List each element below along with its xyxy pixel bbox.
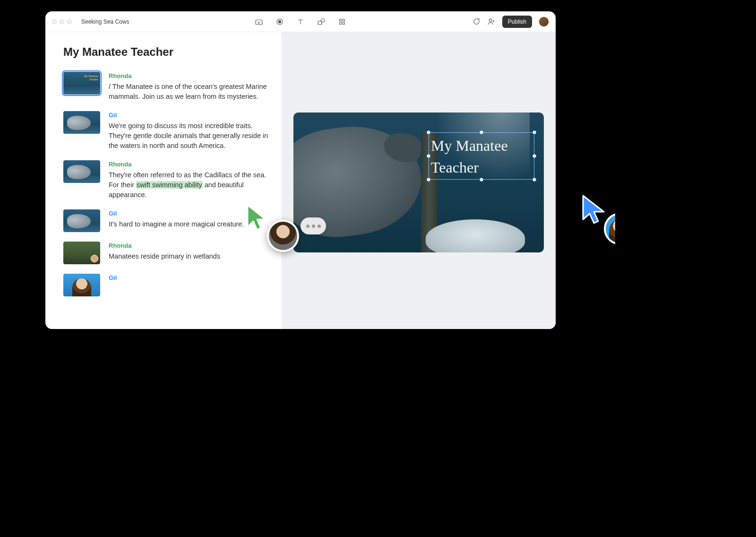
app-window: Seeking Sea Cows (45, 11, 556, 329)
svg-rect-5 (340, 19, 342, 21)
canvas-pane: My Manatee Teacher (282, 32, 556, 329)
svg-point-2 (278, 20, 281, 23)
transcript-segment: Rhonda They're often referred to as the … (63, 160, 268, 200)
transcript-line: Manatees reside primary in wetlands (109, 252, 220, 260)
window-controls (52, 19, 72, 24)
user-avatar[interactable] (539, 17, 549, 27)
resize-handle[interactable] (533, 154, 536, 158)
media-icon[interactable] (255, 17, 263, 26)
resize-handle[interactable] (480, 130, 483, 134)
segment-text[interactable]: Gil It's hard to imagine a more magical … (109, 209, 268, 229)
resize-handle[interactable] (427, 154, 430, 158)
video-canvas[interactable]: My Manatee Teacher (293, 113, 544, 252)
speaker-label: Rhonda (109, 72, 268, 81)
canvas-title-line: Teacher (431, 159, 479, 176)
collaborator-avatar-rhonda (267, 220, 299, 252)
canvas-title-text[interactable]: My Manatee Teacher (431, 135, 532, 179)
page-title: My Manatee Teacher (63, 45, 268, 59)
svg-rect-7 (340, 22, 342, 24)
project-title[interactable]: Seeking Sea Cows (81, 18, 129, 25)
svg-rect-6 (343, 19, 344, 21)
segment-text[interactable]: Rhonda They're often referred to as the … (109, 160, 268, 200)
header-bar: Seeking Sea Cows (45, 11, 556, 32)
text-icon[interactable] (296, 17, 305, 26)
grid-icon[interactable] (338, 17, 346, 26)
resize-handle[interactable] (533, 130, 536, 134)
segment-text[interactable]: Gil (109, 274, 268, 284)
close-window-icon[interactable] (52, 19, 57, 24)
transcript-line: / The Manatee is one of the ocean's grea… (109, 83, 267, 100)
speaker-label: Rhonda (109, 160, 268, 169)
segment-thumbnail[interactable] (63, 111, 100, 134)
transcript-line: It's hard to imagine a more magical crea… (109, 220, 244, 228)
body: My Manatee Teacher My ManateeTeacher Rho… (45, 32, 556, 329)
add-user-icon[interactable] (487, 17, 496, 26)
resize-handle[interactable] (533, 178, 536, 182)
transcript-segment: Gil We're going to discuss its most incr… (63, 111, 268, 151)
toolbar-right: Publish (472, 16, 549, 28)
collaborator-avatar-gil (604, 213, 615, 245)
segment-thumbnail[interactable] (63, 209, 100, 232)
resize-handle[interactable] (427, 178, 430, 182)
title-text-box[interactable]: My Manatee Teacher (429, 132, 534, 180)
segment-thumbnail[interactable] (63, 242, 100, 264)
publish-button[interactable]: Publish (502, 16, 532, 28)
comment-icon[interactable] (472, 17, 481, 26)
record-icon[interactable] (275, 17, 284, 26)
speaker-label: Gil (109, 111, 268, 120)
segment-text[interactable]: Rhonda / The Manatee is one of the ocean… (109, 72, 268, 102)
svg-point-4 (321, 18, 325, 22)
transcript-segment: My ManateeTeacher Rhonda / The Manatee i… (63, 72, 268, 102)
transcript-segment: Gil It's hard to imagine a more magical … (63, 209, 268, 232)
typing-indicator-icon (301, 217, 326, 234)
speaker-label: Gil (109, 209, 268, 218)
transcript-line: We're going to discuss its most incredib… (109, 122, 268, 149)
speaker-label: Gil (109, 274, 268, 283)
svg-point-9 (489, 19, 492, 22)
segment-thumbnail[interactable] (63, 274, 100, 296)
thumb-overlay-text: My ManateeTeacher (84, 75, 99, 81)
toolbar-center (255, 17, 346, 26)
segment-text[interactable]: Gil We're going to discuss its most incr… (109, 111, 268, 151)
resize-handle[interactable] (480, 178, 483, 182)
shapes-icon[interactable] (317, 17, 326, 26)
segment-thumbnail[interactable]: My ManateeTeacher (63, 72, 100, 95)
segment-text[interactable]: Rhonda Manatees reside primary in wetlan… (109, 242, 268, 261)
transcript-segment: Rhonda Manatees reside primary in wetlan… (63, 242, 268, 264)
transcript-pane: My Manatee Teacher My ManateeTeacher Rho… (45, 32, 282, 329)
svg-rect-8 (343, 22, 344, 24)
highlight-text[interactable]: swift swimming ability (136, 181, 203, 189)
resize-handle[interactable] (427, 130, 430, 134)
minimize-window-icon[interactable] (60, 19, 64, 24)
maximize-window-icon[interactable] (67, 19, 72, 24)
transcript-segment: Gil (63, 274, 268, 296)
speaker-label: Rhonda (109, 242, 268, 251)
segment-thumbnail[interactable] (63, 160, 100, 183)
canvas-manatee-decoration (426, 219, 525, 252)
canvas-title-line: My Manatee (431, 137, 508, 154)
